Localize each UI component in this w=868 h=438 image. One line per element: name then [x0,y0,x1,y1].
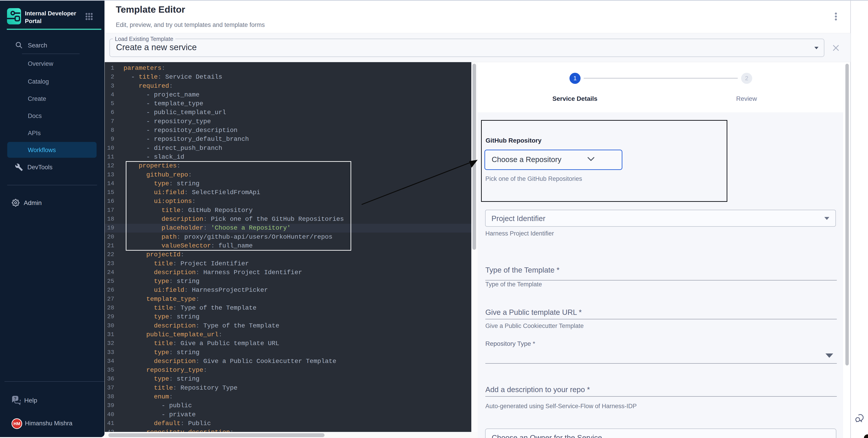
svg-text:?: ? [14,396,17,401]
